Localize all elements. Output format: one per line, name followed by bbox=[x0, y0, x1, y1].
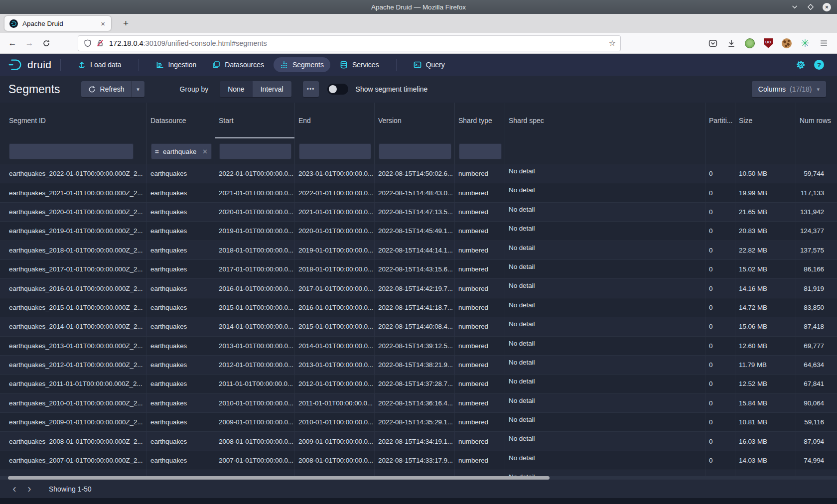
ublock-origin-icon[interactable]: UO bbox=[763, 38, 774, 49]
table-row: earthquakes_2020-01-01T00:00:00.000Z_2..… bbox=[0, 203, 837, 222]
segment-timeline-toggle[interactable] bbox=[327, 84, 348, 95]
cell-version: 2022-08-15T14:38:21.9... bbox=[375, 356, 455, 374]
nav-item-load-data[interactable]: Load data bbox=[71, 57, 128, 72]
cell-shard_spec: No detail bbox=[505, 432, 705, 450]
cell-shard_spec: No detail bbox=[505, 375, 705, 393]
cell-shard_type: numbered bbox=[455, 337, 505, 355]
new-tab-button[interactable]: + bbox=[119, 17, 133, 30]
cell-partition bbox=[705, 470, 735, 477]
column-header-segment-id[interactable]: Segment ID bbox=[0, 103, 147, 138]
gear-icon[interactable] bbox=[796, 60, 806, 70]
cell-shard_type: numbered bbox=[455, 279, 505, 297]
scrollbar-thumb[interactable] bbox=[8, 476, 550, 480]
url-bar[interactable]: 172.18.0.4:30109/unified-console.html#se… bbox=[78, 35, 621, 51]
cell-id: earthquakes_2019-01-01T00:00:00.000Z_2..… bbox=[0, 222, 147, 240]
cell-id: earthquakes_2008-01-01T00:00:00.000Z_2..… bbox=[0, 432, 147, 450]
column-header-shard-type[interactable]: Shard type bbox=[455, 103, 505, 138]
nav-item-ingestion[interactable]: Ingestion bbox=[149, 57, 203, 72]
column-header-datasource[interactable]: Datasource bbox=[147, 103, 215, 138]
cell-datasource: earthquakes bbox=[147, 260, 215, 278]
extension-asterisk-icon[interactable]: ✳ bbox=[800, 38, 811, 49]
end-filter-input[interactable] bbox=[299, 143, 371, 159]
cell-size: 11.79 MB bbox=[735, 356, 796, 374]
column-header-end[interactable]: End bbox=[295, 103, 375, 138]
datasource-filter-chip: = earthquake ✕ bbox=[155, 148, 208, 155]
cell-version: 2022-08-15T14:37:28.7... bbox=[375, 375, 455, 393]
shard-type-filter-input[interactable] bbox=[459, 143, 502, 159]
column-header-shard-spec[interactable]: Shard spec bbox=[505, 103, 705, 138]
cell-datasource bbox=[147, 470, 215, 477]
help-icon[interactable]: ? bbox=[814, 60, 824, 70]
column-header-partition[interactable]: Partiti... bbox=[705, 103, 735, 138]
pocket-icon[interactable] bbox=[707, 38, 718, 49]
cell-num_rows: 87,094 bbox=[796, 432, 837, 450]
cell-partition: 0 bbox=[705, 260, 735, 278]
cell-start: 2010-01-01T00:00:00.0... bbox=[215, 394, 295, 412]
browser-tab-apache-druid[interactable]: Apache Druid × bbox=[4, 16, 111, 31]
segment-id-filter-input[interactable] bbox=[9, 143, 134, 159]
close-icon[interactable]: × bbox=[823, 3, 831, 11]
chevron-right-icon[interactable]: › bbox=[22, 482, 37, 497]
privacy-badger-icon[interactable] bbox=[744, 38, 755, 49]
cell-datasource: earthquakes bbox=[147, 394, 215, 412]
cell-shard_spec: No detail bbox=[505, 317, 705, 336]
showing-label: Showing 1-50 bbox=[49, 485, 92, 493]
tab-close-icon[interactable]: × bbox=[99, 19, 107, 28]
cell-start: 2019-01-01T00:00:00.0... bbox=[215, 222, 295, 240]
druid-nav-bar: druid Load data Ingestion Datasources Se… bbox=[0, 54, 837, 76]
nav-item-services[interactable]: Services bbox=[333, 57, 386, 72]
minimize-icon[interactable] bbox=[791, 3, 799, 11]
maximize-icon[interactable] bbox=[807, 3, 815, 11]
lock-insecure-icon[interactable] bbox=[96, 39, 104, 47]
datasource-filter-input[interactable]: = earthquake ✕ bbox=[151, 143, 212, 159]
reload-icon[interactable] bbox=[38, 39, 55, 47]
start-filter-input[interactable] bbox=[219, 143, 291, 159]
cell-version: 2022-08-15T14:40:08.4... bbox=[375, 317, 455, 336]
refresh-dropdown-caret[interactable]: ▾ bbox=[132, 81, 144, 97]
version-filter-input[interactable] bbox=[379, 143, 451, 159]
cell-end: 2013-01-01T00:00:00.0... bbox=[295, 356, 375, 374]
sort-indicator bbox=[215, 137, 294, 138]
nav-item-datasources[interactable]: Datasources bbox=[206, 57, 271, 72]
chip-dismiss-icon[interactable]: ✕ bbox=[202, 148, 208, 155]
cell-shard_type: numbered bbox=[455, 432, 505, 450]
datasource-filter-value: earthquake bbox=[163, 148, 197, 155]
cell-shard_spec: No detail bbox=[505, 337, 705, 355]
column-header-num-rows[interactable]: Num rows bbox=[796, 103, 837, 138]
cell-datasource: earthquakes bbox=[147, 222, 215, 240]
nav-item-segments[interactable]: Segments bbox=[274, 57, 330, 72]
bookmark-star-icon[interactable]: ☆ bbox=[609, 38, 616, 48]
cell-shard_spec: No detail bbox=[505, 413, 705, 431]
refresh-button[interactable]: Refresh bbox=[81, 81, 132, 97]
cell-start: 2015-01-01T00:00:00.0... bbox=[215, 298, 295, 317]
cell-partition: 0 bbox=[705, 222, 735, 240]
cell-id bbox=[0, 470, 147, 477]
hamburger-menu-icon[interactable] bbox=[818, 38, 829, 49]
cookie-extension-icon[interactable] bbox=[781, 38, 792, 49]
column-header-version[interactable]: Version bbox=[375, 103, 455, 138]
column-header-size[interactable]: Size bbox=[735, 103, 796, 138]
column-header-start[interactable]: Start bbox=[215, 103, 295, 138]
table-row: earthquakes_2016-01-01T00:00:00.000Z_2..… bbox=[0, 279, 837, 298]
cell-partition: 0 bbox=[705, 241, 735, 259]
shield-icon[interactable] bbox=[84, 39, 92, 47]
refresh-icon bbox=[88, 86, 96, 93]
group-by-interval-button[interactable]: Interval bbox=[253, 81, 291, 97]
back-icon[interactable]: ← bbox=[4, 38, 21, 48]
columns-button[interactable]: Columns (17/18) ▾ bbox=[752, 81, 826, 97]
cell-shard_type: numbered bbox=[455, 298, 505, 317]
cell-start: 2012-01-01T00:00:00.0... bbox=[215, 356, 295, 374]
table-row: earthquakes_2011-01-01T00:00:00.000Z_2..… bbox=[0, 375, 837, 393]
chevron-left-icon[interactable]: ‹ bbox=[7, 482, 22, 497]
cell-shard_spec: No detail bbox=[505, 394, 705, 412]
table-row: earthquakes_2022-01-01T00:00:00.000Z_2..… bbox=[0, 164, 837, 183]
group-by-none-button[interactable]: None bbox=[220, 81, 252, 97]
druid-brand[interactable]: druid bbox=[8, 57, 51, 72]
download-icon[interactable] bbox=[726, 38, 737, 49]
forward-icon[interactable]: → bbox=[21, 38, 38, 48]
table-filter-row: = earthquake ✕ bbox=[0, 138, 837, 164]
nav-item-query[interactable]: Query bbox=[407, 57, 451, 72]
cell-id: earthquakes_2015-01-01T00:00:00.000Z_2..… bbox=[0, 298, 147, 317]
more-options-button[interactable]: ••• bbox=[303, 81, 319, 97]
cell-id: earthquakes_2016-01-01T00:00:00.000Z_2..… bbox=[0, 279, 147, 297]
